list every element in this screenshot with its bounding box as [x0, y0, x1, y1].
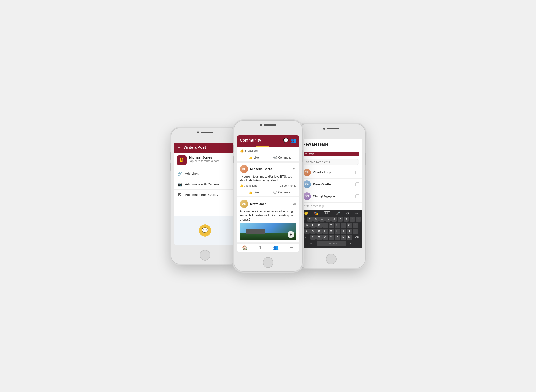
add-links-item[interactable]: 🔗 Add Links: [174, 168, 236, 179]
key-g[interactable]: G: [329, 229, 334, 234]
post-header-2: MG Michelle Garza 2d: [240, 165, 296, 173]
speaker-2: [264, 124, 276, 126]
key-k[interactable]: K: [347, 229, 352, 234]
key-9[interactable]: 9: [350, 217, 355, 222]
sticker-icon[interactable]: 🎭: [314, 211, 318, 215]
key-v[interactable]: V: [329, 235, 334, 240]
keyboard: 😊 🎭 GIF 🎤 ⚙ ··· Q 2 3 4 5 6 7 8: [300, 210, 362, 248]
key-l[interactable]: L: [353, 229, 358, 234]
shift-key[interactable]: ⇧: [301, 235, 310, 240]
gallery-icon: 🖼: [177, 193, 182, 197]
comment-button-1[interactable]: 💬 Comment: [268, 154, 296, 161]
key-n[interactable]: N: [341, 235, 346, 240]
key-h[interactable]: H: [335, 229, 340, 234]
camera-icon: 📷: [177, 182, 182, 187]
key-j[interactable]: J: [341, 229, 346, 234]
scene: ← Write a Post M Michael Jones Tap here …: [159, 106, 377, 286]
comment-icon-2: 💬: [273, 191, 277, 194]
vol-down-2: [233, 156, 234, 163]
return-key[interactable]: ↵: [346, 241, 355, 246]
nav-people[interactable]: 👥: [268, 245, 284, 250]
settings-icon[interactable]: ⚙: [346, 211, 349, 215]
key-t[interactable]: Y: [329, 223, 334, 228]
add-camera-label: Add Image with Camera: [185, 182, 219, 186]
nav-menu[interactable]: ☰: [284, 245, 299, 250]
key-7[interactable]: 7: [338, 217, 343, 222]
key-z[interactable]: Z: [310, 235, 316, 240]
community-header: Community 💬 👥: [237, 135, 299, 146]
key-2[interactable]: 2: [307, 217, 313, 222]
karen-checkbox[interactable]: [355, 182, 359, 186]
recipient-sherryl[interactable]: SN Sherryl Nguyen: [300, 190, 362, 202]
key-m[interactable]: M: [347, 235, 352, 240]
message-input-area[interactable]: Write a Message: [300, 202, 362, 210]
fab-button[interactable]: 💬: [199, 224, 211, 237]
key-e[interactable]: R: [316, 223, 322, 228]
zxcv-row: ⇧ Z X C V B N M ⌫: [301, 235, 361, 240]
key-4[interactable]: 4: [319, 217, 325, 222]
chat-bubble-icon[interactable]: 💬: [283, 138, 289, 143]
thumb-icon-1: 👍: [240, 149, 244, 153]
search-bar: [300, 157, 362, 167]
key-0[interactable]: 0: [356, 217, 361, 222]
image-expand-button[interactable]: +: [288, 231, 294, 238]
home-button-3[interactable]: [326, 254, 337, 264]
key-6[interactable]: 6: [331, 217, 337, 222]
nav-home[interactable]: 🏠: [237, 245, 253, 250]
key-o[interactable]: P: [353, 223, 358, 228]
back-button[interactable]: ←: [177, 145, 181, 150]
action-list: 🔗 Add Links 📷 Add Image with Camera 🖼 Ad…: [174, 168, 236, 216]
charlie-name: Charlie Loop: [313, 171, 353, 174]
key-y[interactable]: U: [335, 223, 340, 228]
key-a[interactable]: A: [304, 229, 310, 234]
num-key[interactable]: #1: [307, 241, 316, 246]
user-avatar: M: [177, 155, 187, 165]
like-button-2[interactable]: 👍 Like: [240, 189, 268, 196]
key-w[interactable]: E: [310, 223, 316, 228]
post-author-3: Drew Doshi: [250, 202, 291, 206]
comment-button-2[interactable]: 💬 Comment: [268, 189, 296, 196]
actions-row-2: 👍 Like 💬 Comment: [240, 189, 296, 196]
drew-avatar: DD: [240, 200, 248, 208]
key-s[interactable]: S: [310, 229, 316, 234]
sherryl-avatar: SN: [303, 192, 311, 200]
key-u[interactable]: I: [341, 223, 346, 228]
space-key[interactable]: English (US): [317, 241, 346, 246]
search-recipients-input[interactable]: [303, 159, 359, 165]
key-r[interactable]: T: [322, 223, 328, 228]
recipient-charlie[interactable]: CL Charlie Loop: [300, 167, 362, 179]
more-icon[interactable]: ···: [355, 211, 358, 215]
key-5[interactable]: 5: [325, 217, 331, 222]
people-icon[interactable]: 👥: [291, 138, 296, 143]
gif-icon[interactable]: GIF: [324, 211, 330, 215]
home-button-1[interactable]: [200, 250, 210, 261]
key-3[interactable]: 3: [313, 217, 319, 222]
add-camera-item[interactable]: 📷 Add Image with Camera: [174, 179, 236, 190]
recipient-karen[interactable]: KW Karen Wether: [300, 179, 362, 190]
emoji-icon[interactable]: 😊: [304, 211, 308, 215]
community-title: Community: [240, 138, 261, 143]
nav-share[interactable]: ⬆: [253, 245, 268, 250]
key-d[interactable]: D: [316, 229, 322, 234]
power-2: [302, 150, 303, 162]
home-button-2[interactable]: [263, 257, 273, 268]
add-gallery-item[interactable]: 🖼 Add Image from Gallery: [174, 190, 236, 200]
key-c[interactable]: C: [322, 235, 328, 240]
key-f[interactable]: F: [322, 229, 328, 234]
key-8[interactable]: 8: [344, 217, 349, 222]
key-x[interactable]: X: [316, 235, 322, 240]
key-b[interactable]: B: [335, 235, 340, 240]
post-time-2: 2d: [293, 168, 296, 171]
post-composer[interactable]: M Michael Jones Tap here to write a post: [174, 153, 236, 168]
karen-name: Karen Wether: [313, 182, 353, 186]
key-i[interactable]: O: [347, 223, 352, 228]
vol-up-1: [170, 152, 171, 160]
key-q[interactable]: W: [304, 223, 310, 228]
sherryl-checkbox[interactable]: [355, 194, 359, 198]
charlie-checkbox[interactable]: [355, 171, 359, 174]
mic-icon[interactable]: 🎤: [336, 211, 340, 215]
vol-down-1: [170, 163, 171, 171]
like-button-1[interactable]: 👍 Like: [240, 154, 268, 161]
backspace-key[interactable]: ⌫: [353, 235, 361, 240]
recipient-list: CL Charlie Loop KW Karen Wether SN Sherr…: [300, 167, 362, 202]
